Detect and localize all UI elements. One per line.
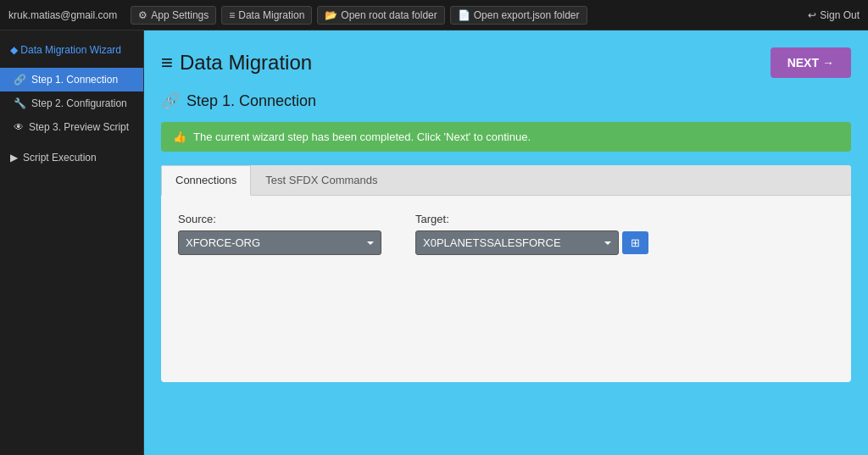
signout-icon: ↩: [808, 9, 816, 21]
data-migration-button[interactable]: ≡ Data Migration: [221, 6, 312, 25]
target-grid-button[interactable]: ⊞: [622, 231, 648, 254]
connections-card: Connections Test SFDX Commands Source: X…: [161, 165, 851, 382]
page-title: ≡ Data Migration: [161, 51, 312, 75]
arrow-icon: →: [822, 56, 834, 69]
tab-test-sfdx[interactable]: Test SFDX Commands: [251, 165, 392, 195]
play-icon: ▶: [10, 152, 18, 164]
file-icon: 📄: [458, 9, 470, 21]
tab-connections[interactable]: Connections: [161, 165, 251, 196]
tabs: Connections Test SFDX Commands: [161, 165, 851, 196]
target-select-wrapper: X0PLANETSSALESFORCE ⊞: [415, 230, 648, 255]
sidebar-item-step1[interactable]: 🔗 Step 1. Connection: [0, 68, 143, 92]
step-heading: 🔗 Step 1. Connection: [161, 92, 851, 110]
gear-icon: ⚙: [138, 9, 147, 21]
success-banner: 👍 The current wizard step has been compl…: [161, 122, 851, 152]
sidebar-item-script-execution[interactable]: ▶ Script Execution: [0, 146, 143, 169]
source-select[interactable]: XFORCE-ORG: [178, 230, 381, 255]
grid-icon: ⊞: [631, 236, 640, 249]
thumbsup-icon: 👍: [173, 130, 186, 143]
db-icon-title: ≡: [161, 51, 173, 75]
wizard-title[interactable]: ◆ Data Migration Wizard: [0, 39, 143, 61]
source-group: Source: XFORCE-ORG: [178, 213, 381, 255]
sidebar-item-step3[interactable]: 👁 Step 3. Preview Script: [0, 115, 143, 139]
sign-out-button[interactable]: ↩ Sign Out: [808, 9, 860, 21]
source-select-wrapper: XFORCE-ORG: [178, 230, 381, 255]
db-icon: ≡: [229, 9, 235, 21]
folder-icon: 📂: [325, 9, 337, 21]
sidebar: ◆ Data Migration Wizard 🔗 Step 1. Connec…: [0, 31, 144, 455]
target-select[interactable]: X0PLANETSSALESFORCE: [415, 230, 619, 255]
layout: ◆ Data Migration Wizard 🔗 Step 1. Connec…: [0, 31, 868, 455]
app-settings-button[interactable]: ⚙ App Settings: [131, 6, 216, 25]
link-icon: 🔗: [14, 74, 26, 86]
sidebar-item-step2[interactable]: 🔧 Step 2. Configuration: [0, 92, 143, 115]
next-button[interactable]: NEXT →: [771, 47, 851, 78]
connection-form: Source: XFORCE-ORG Target: X0PLANETSSA: [178, 213, 834, 255]
user-email: kruk.matias@gmail.com: [8, 9, 117, 21]
target-label: Target:: [415, 213, 648, 225]
target-group: Target: X0PLANETSSALESFORCE ⊞: [415, 213, 648, 255]
open-export-folder-button[interactable]: 📄 Open export.json folder: [450, 6, 587, 25]
link-icon-heading: 🔗: [161, 92, 180, 110]
main-content: ≡ Data Migration NEXT → 🔗 Step 1. Connec…: [144, 31, 868, 455]
page-header: ≡ Data Migration NEXT →: [161, 47, 851, 78]
open-root-folder-button[interactable]: 📂 Open root data folder: [317, 6, 444, 25]
tab-content-connections: Source: XFORCE-ORG Target: X0PLANETSSA: [161, 196, 851, 382]
topbar: kruk.matias@gmail.com ⚙ App Settings ≡ D…: [0, 0, 868, 31]
eye-icon: 👁: [14, 121, 24, 133]
wrench-icon: 🔧: [14, 97, 26, 109]
source-label: Source:: [178, 213, 381, 225]
